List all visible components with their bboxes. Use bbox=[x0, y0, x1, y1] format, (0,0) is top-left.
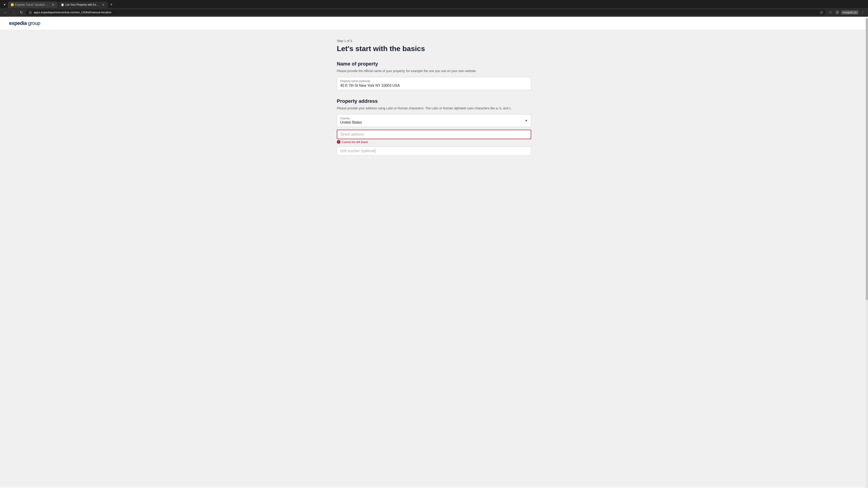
browser-menu-button[interactable]: ☰ bbox=[834, 9, 840, 15]
toolbar-actions: ☆ ☰ Incognito (2) ⋮ bbox=[828, 9, 866, 15]
back-button[interactable]: ← bbox=[2, 10, 8, 15]
step-indicator: Step 1 of 3 bbox=[337, 39, 531, 43]
property-name-label: Property name (optional) bbox=[340, 79, 528, 83]
lock-icon bbox=[29, 11, 32, 14]
property-name-title: Name of property bbox=[337, 61, 531, 67]
svg-rect-0 bbox=[29, 12, 32, 13]
site-header: expedia group bbox=[0, 17, 868, 30]
tab2-close-button[interactable]: ✕ bbox=[101, 3, 105, 6]
logo-text-expedia: expedia bbox=[9, 20, 28, 26]
tab1-label: Expedia Travel: Vacation Home… bbox=[15, 3, 50, 6]
property-name-input[interactable] bbox=[340, 84, 528, 88]
chevron-down-icon: ▼ bbox=[525, 119, 528, 123]
more-options-button[interactable]: ⋮ bbox=[860, 9, 866, 15]
country-label: Country bbox=[340, 117, 522, 120]
reload-button[interactable]: ↻ bbox=[19, 10, 24, 15]
browser-tab-2[interactable]: 📋 List Your Property with Expedia… ✕ bbox=[58, 2, 108, 8]
property-address-title: Property address bbox=[337, 98, 531, 104]
bookmark-button[interactable]: ☆ bbox=[828, 9, 833, 15]
street-address-error: ! Cannot be left blank bbox=[337, 140, 531, 144]
property-name-desc: Please provide the official name of your… bbox=[337, 69, 531, 73]
star-icon[interactable] bbox=[820, 11, 823, 14]
logo-text-group: group bbox=[28, 20, 40, 26]
scrollbar[interactable] bbox=[866, 18, 868, 488]
property-address-desc: Please provide your address using Latin … bbox=[337, 106, 531, 111]
page-content: expedia group Step 1 of 3 Let's start wi… bbox=[0, 17, 868, 487]
unit-number-input[interactable] bbox=[340, 149, 528, 153]
property-name-section: Name of property Please provide the offi… bbox=[337, 61, 531, 90]
unit-number-field[interactable] bbox=[337, 147, 531, 156]
country-select[interactable]: Country United States ▼ bbox=[337, 114, 531, 127]
browser-chrome: ▼ 🟡 Expedia Travel: Vacation Home… ✕ 📋 L… bbox=[0, 0, 868, 17]
error-text: Cannot be left blank bbox=[342, 140, 368, 144]
tab2-favicon: 📋 bbox=[61, 3, 64, 6]
page-title: Let's start with the basics bbox=[337, 44, 531, 53]
url-input[interactable] bbox=[34, 11, 818, 14]
property-name-field[interactable]: Property name (optional) bbox=[337, 77, 531, 90]
tab2-label: List Your Property with Expedia… bbox=[65, 3, 100, 6]
incognito-badge[interactable]: Incognito (2) bbox=[841, 10, 859, 14]
browser-tab-1[interactable]: 🟡 Expedia Travel: Vacation Home… ✕ bbox=[8, 2, 58, 8]
expedia-logo: expedia group bbox=[9, 20, 40, 26]
tab1-favicon: 🟡 bbox=[11, 3, 14, 6]
svg-marker-1 bbox=[820, 11, 823, 13]
property-address-section: Property address Please provide your add… bbox=[337, 98, 531, 156]
new-tab-button[interactable]: + bbox=[108, 1, 114, 8]
tab1-close-button[interactable]: ✕ bbox=[51, 3, 55, 6]
browser-toolbar: ← → ↻ ☆ ☰ Incognito (2) ⋮ bbox=[0, 8, 868, 17]
main-container: Step 1 of 3 Let's start with the basics … bbox=[332, 30, 536, 173]
error-icon: ! bbox=[337, 140, 340, 144]
address-bar[interactable] bbox=[26, 9, 826, 15]
street-address-input[interactable] bbox=[340, 132, 528, 136]
forward-button[interactable]: → bbox=[10, 10, 17, 15]
street-address-field[interactable] bbox=[337, 130, 531, 139]
country-value: United States bbox=[340, 121, 362, 124]
tab-bar: ▼ 🟡 Expedia Travel: Vacation Home… ✕ 📋 L… bbox=[0, 0, 868, 8]
tab-list-button[interactable]: ▼ bbox=[2, 2, 7, 7]
scrollbar-thumb[interactable] bbox=[866, 18, 868, 300]
